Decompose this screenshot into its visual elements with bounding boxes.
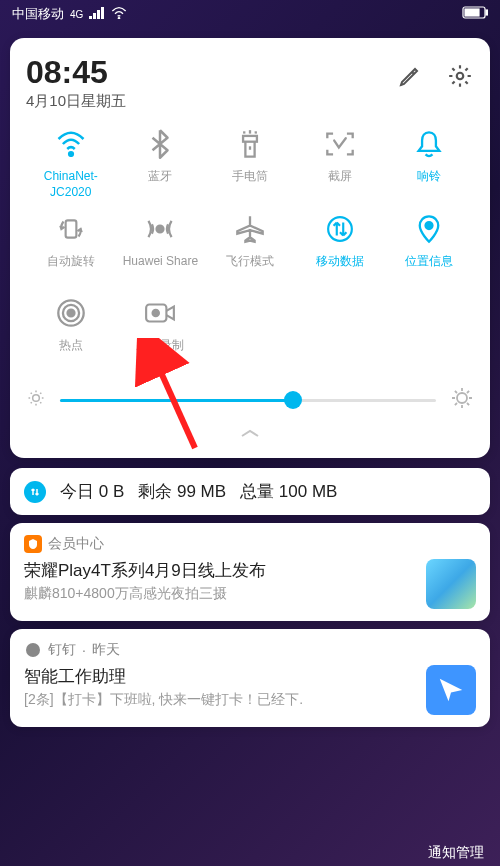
svg-point-18 xyxy=(426,222,433,229)
svg-rect-6 xyxy=(486,10,488,15)
svg-rect-3 xyxy=(101,7,104,19)
toggle-rotation[interactable]: 自动旋转 xyxy=(26,214,116,284)
location-icon xyxy=(417,214,441,244)
svg-point-25 xyxy=(457,393,467,403)
notification-card[interactable]: 会员中心荣耀Play4T系列4月9日线上发布麒麟810+4800万高感光夜拍三摄 xyxy=(10,523,490,621)
svg-rect-15 xyxy=(65,221,76,238)
brightness-slider-row xyxy=(26,386,474,414)
toggle-label: 位置信息 xyxy=(405,254,453,284)
toggle-huawei-share[interactable]: Huawei Share xyxy=(116,214,206,284)
collapse-chevron-icon[interactable] xyxy=(26,426,474,444)
toggle-label: Huawei Share xyxy=(123,254,198,284)
toggle-label: 自动旋转 xyxy=(47,254,95,284)
svg-point-23 xyxy=(153,310,159,316)
wifi-status-icon xyxy=(111,7,127,22)
notif-thumbnail xyxy=(426,665,476,715)
ringer-icon xyxy=(416,129,442,159)
notification-card[interactable]: 钉钉 · 昨天智能工作助理[2条]【打卡】下班啦, 快来一键打卡！已经下. xyxy=(10,629,490,727)
flashlight-icon xyxy=(239,129,261,159)
svg-rect-1 xyxy=(93,13,96,19)
screen-record-icon xyxy=(144,298,176,328)
huawei-share-icon xyxy=(145,214,175,244)
toggle-airplane[interactable]: 飞行模式 xyxy=(205,214,295,284)
notif-time: 昨天 xyxy=(92,641,120,659)
panel-date: 4月10日星期五 xyxy=(26,92,126,111)
svg-point-9 xyxy=(69,152,73,156)
panel-time: 08:45 xyxy=(26,56,126,88)
toggle-label: 热点 xyxy=(59,338,83,368)
svg-point-4 xyxy=(119,17,120,18)
notif-app-name: 会员中心 xyxy=(48,535,104,553)
notif-title: 荣耀Play4T系列4月9日线上发布 xyxy=(24,559,416,582)
data-usage-icon xyxy=(24,481,46,503)
bluetooth-icon xyxy=(150,129,170,159)
data-remaining: 剩余 99 MB xyxy=(138,480,226,503)
notif-app-icon xyxy=(24,535,42,553)
svg-point-28 xyxy=(26,643,40,657)
svg-point-16 xyxy=(157,226,164,233)
notif-subtitle: [2条]【打卡】下班啦, 快来一键打卡！已经下. xyxy=(24,691,416,709)
notif-thumbnail xyxy=(426,559,476,609)
edit-button[interactable] xyxy=(396,62,424,90)
toggle-mobile-data[interactable]: 移动数据 xyxy=(295,214,385,284)
svg-rect-7 xyxy=(465,9,479,16)
toggle-label: 屏幕录制 xyxy=(136,338,184,368)
screenshot-icon xyxy=(325,129,355,159)
toggle-ringer[interactable]: 响铃 xyxy=(384,129,474,200)
wifi-icon xyxy=(56,129,86,159)
brightness-low-icon xyxy=(26,388,46,412)
toggle-label: 截屏 xyxy=(328,169,352,199)
brightness-high-icon xyxy=(450,386,474,414)
svg-point-24 xyxy=(33,395,40,402)
notif-subtitle: 麒麟810+4800万高感光夜拍三摄 xyxy=(24,585,416,603)
toggle-label: 响铃 xyxy=(417,169,441,199)
toggle-flashlight[interactable]: 手电筒 xyxy=(205,129,295,200)
data-usage-card[interactable]: 今日 0 B 剩余 99 MB 总量 100 MB xyxy=(10,468,490,515)
airplane-icon xyxy=(235,214,265,244)
svg-point-17 xyxy=(328,217,352,241)
network-type-badge: 4G xyxy=(70,9,83,20)
quick-settings-panel: 08:45 4月10日星期五 ChinaNet-JC2020蓝牙手电筒截屏响铃自… xyxy=(10,38,490,458)
toggle-label: 移动数据 xyxy=(316,254,364,284)
data-total: 总量 100 MB xyxy=(240,480,337,503)
toggle-location[interactable]: 位置信息 xyxy=(384,214,474,284)
notif-app-name: 钉钉 xyxy=(48,641,76,659)
data-today: 今日 0 B xyxy=(60,480,124,503)
toggle-grid: ChinaNet-JC2020蓝牙手电筒截屏响铃自动旋转Huawei Share… xyxy=(26,129,474,368)
mobile-data-icon xyxy=(326,214,354,244)
battery-icon xyxy=(462,6,488,22)
rotation-icon xyxy=(56,214,86,244)
toggle-label: 蓝牙 xyxy=(148,169,172,199)
brightness-slider[interactable] xyxy=(60,399,436,402)
notification-manage-link[interactable]: 通知管理 xyxy=(428,844,484,862)
hotspot-icon xyxy=(56,298,86,328)
carrier-label: 中国移动 xyxy=(12,5,64,23)
toggle-wifi[interactable]: ChinaNet-JC2020 xyxy=(26,129,116,200)
svg-rect-0 xyxy=(89,16,92,19)
signal-icon xyxy=(89,7,105,22)
svg-rect-2 xyxy=(97,10,100,19)
toggle-label: 手电筒 xyxy=(232,169,268,199)
toggle-label: 飞行模式 xyxy=(226,254,274,284)
toggle-screenshot[interactable]: 截屏 xyxy=(295,129,385,200)
toggle-bluetooth[interactable]: 蓝牙 xyxy=(116,129,206,200)
svg-rect-10 xyxy=(243,136,257,142)
toggle-hotspot[interactable]: 热点 xyxy=(26,298,116,368)
notif-title: 智能工作助理 xyxy=(24,665,416,688)
svg-point-19 xyxy=(67,310,74,317)
toggle-screen-record[interactable]: 屏幕录制 xyxy=(116,298,206,368)
toggle-label: ChinaNet-JC2020 xyxy=(26,169,116,200)
notif-app-icon xyxy=(24,641,42,659)
settings-button[interactable] xyxy=(446,62,474,90)
status-bar: 中国移动 4G xyxy=(0,0,500,28)
svg-point-8 xyxy=(457,73,464,80)
